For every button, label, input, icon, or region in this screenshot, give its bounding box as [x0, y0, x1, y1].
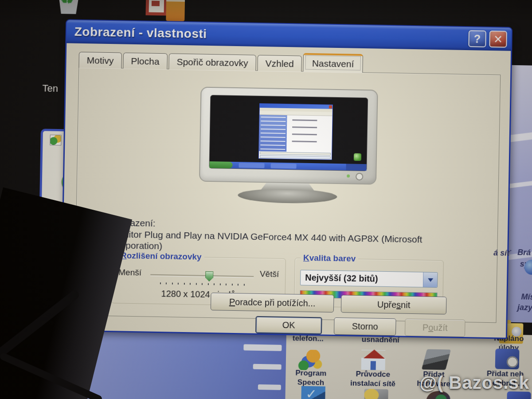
power-led: [347, 174, 350, 177]
resolution-less-label: Menší: [118, 267, 141, 278]
help-button[interactable]: ?: [468, 30, 486, 47]
monitor-preview-screen: [209, 95, 368, 171]
color-quality-dropdown[interactable]: Nejvyšší (32 bitů): [300, 270, 438, 288]
cancel-button[interactable]: Storno: [334, 317, 396, 336]
add-remove-programs-icon[interactable]: [495, 348, 520, 369]
window-icon: [50, 135, 61, 145]
desktop-app-icon-orange[interactable]: [166, 0, 185, 21]
dialog-titlebar[interactable]: Zobrazení - vlastnosti ? ✕: [66, 20, 512, 51]
color-quality-selected: Nejvyšší (32 bitů): [305, 273, 378, 284]
resolution-slider-thumb[interactable]: [205, 271, 213, 282]
tab-vzhled[interactable]: Vzhled: [257, 55, 302, 72]
control-panel-task-pane: [78, 329, 287, 399]
resolution-legend: Rozlišení obrazovky: [118, 250, 204, 262]
program-speech-icon[interactable]: [298, 350, 323, 371]
monitor-preview-desktop: [258, 103, 333, 160]
monitor-preview: [199, 87, 378, 205]
close-button[interactable]: ✕: [489, 31, 507, 48]
device-icon[interactable]: [364, 389, 388, 399]
label-fragment-bra: Brá: [517, 248, 531, 258]
system-icon[interactable]: [301, 386, 325, 399]
label-fragment-network: á síť: [493, 248, 511, 258]
resolution-slider-track[interactable]: [150, 274, 254, 278]
cp-label-speech: Program Speech: [286, 368, 336, 387]
tab-nastaveni[interactable]: Nastavení: [303, 53, 363, 73]
resolution-more-label: Větší: [260, 269, 279, 279]
mini-desktop-icon: [354, 153, 361, 161]
slider-ticks: [160, 282, 250, 286]
label-fragment-mis: Mís: [521, 292, 532, 302]
desktop-app-icon-red[interactable]: [145, 0, 167, 16]
tab-sporic-obrazovky[interactable]: Spořič obrazovky: [168, 53, 256, 70]
watermark: @( Bazos.sk: [419, 373, 529, 393]
desktop-icon-label: Ten: [42, 82, 58, 94]
ok-button[interactable]: OK: [255, 316, 322, 335]
recycle-bin-icon[interactable]: ♻: [53, 0, 86, 16]
tab-plocha[interactable]: Plocha: [123, 53, 168, 70]
dialog-title: Zobrazení - vlastnosti: [66, 24, 207, 41]
settings-tab-page: Zobrazení: Monitor Plug and Play na NVID…: [74, 67, 501, 323]
photo-of-monitor: ♻ Ten S Ad á síť Brá: [0, 0, 532, 399]
power-button: [356, 173, 363, 180]
cp-label-network-wizard: Průvodce instalací sítě: [344, 369, 402, 389]
troubleshoot-button[interactable]: Poradce při potížích...: [211, 293, 334, 313]
label-fragment-jazy: jazy: [517, 303, 532, 313]
apply-button: Použít: [405, 319, 466, 337]
network-setup-wizard-icon[interactable]: [361, 350, 386, 371]
tab-motivy[interactable]: Motivy: [78, 52, 121, 69]
chevron-down-icon[interactable]: [423, 272, 438, 287]
display-properties-dialog: Zobrazení - vlastnosti ? ✕ Motivy Plocha…: [60, 19, 512, 339]
color-quality-legend: Kvalita barev: [301, 253, 359, 264]
advanced-button[interactable]: Upřesnit: [341, 295, 447, 314]
